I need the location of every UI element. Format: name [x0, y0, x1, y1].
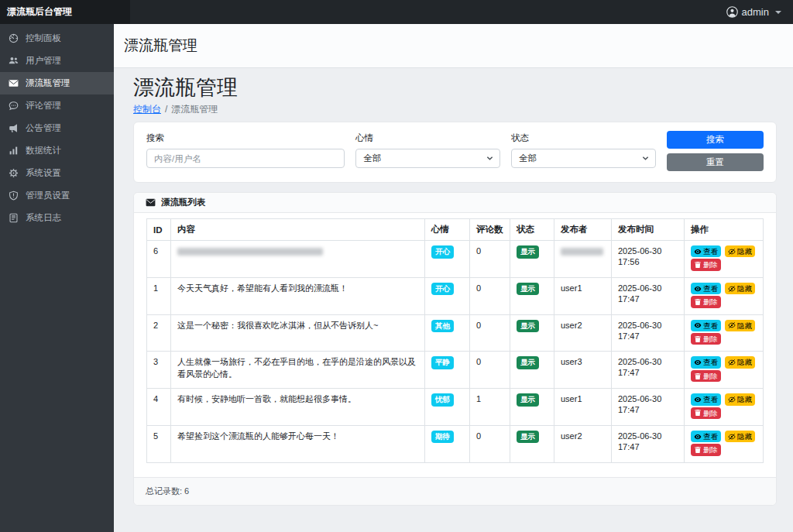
cell-comments: 0 — [470, 314, 510, 352]
hide-button[interactable]: 隐藏 — [725, 431, 755, 442]
sidebar-item-label: 系统设置 — [26, 167, 61, 179]
mood-badge: 其他 — [431, 320, 454, 332]
search-panel: 搜索 心情 全部 状态 全部 — [133, 122, 777, 183]
cell-status: 显示 — [510, 389, 554, 426]
cell-mood: 平静 — [425, 352, 470, 389]
sidebar-item-4[interactable]: 评论管理 — [0, 94, 114, 117]
cell-mood: 期待 — [425, 425, 470, 462]
chart-icon — [9, 146, 19, 156]
status-badge: 显示 — [517, 393, 539, 406]
hide-button[interactable]: 隐藏 — [725, 245, 755, 257]
delete-button[interactable]: 删除 — [691, 259, 721, 270]
cell-time: 2025-06-3017:47 — [612, 352, 685, 389]
view-button[interactable]: 查看 — [691, 356, 721, 368]
cell-comments: 0 — [470, 241, 510, 278]
cell-content: 人生就像一场旅行，不必在乎目的地，在乎的是沿途的风景以及看风景的心情。 — [171, 352, 425, 389]
eye-slash-icon — [728, 359, 736, 366]
delete-button[interactable]: 删除 — [691, 407, 721, 419]
hide-button[interactable]: 隐藏 — [725, 356, 755, 368]
sidebar-item-7[interactable]: 系统设置 — [0, 162, 114, 184]
delete-button[interactable]: 删除 — [691, 333, 721, 345]
person-circle-icon — [726, 6, 738, 18]
comment-icon — [9, 101, 19, 111]
eye-icon — [694, 285, 702, 293]
cell-publisher — [554, 241, 612, 278]
view-button[interactable]: 查看 — [691, 320, 721, 331]
cell-time: 2025-06-3017:47 — [612, 425, 685, 462]
hide-button[interactable]: 隐藏 — [725, 320, 755, 331]
sidebar-item-9[interactable]: 系统日志 — [0, 207, 114, 229]
mood-select[interactable]: 全部 — [355, 149, 500, 168]
sidebar-item-label: 控制面板 — [26, 33, 61, 44]
table-row: 4有时候，安静地听一首歌，就能想起很多事情。忧郁1显示user12025-06-… — [147, 389, 764, 426]
user-menu[interactable]: admin — [726, 6, 793, 18]
sidebar-item-8[interactable]: 管理员设置 — [0, 184, 114, 207]
table-row: 6开心0显示2025-06-3017:56查看隐藏删除 — [147, 241, 764, 278]
cell-id: 6 — [147, 241, 171, 278]
cell-publisher: user2 — [554, 314, 612, 352]
cell-content: 有时候，安静地听一首歌，就能想起很多事情。 — [171, 389, 425, 426]
cell-publisher: user1 — [554, 277, 612, 314]
bottle-table-body: 6开心0显示2025-06-3017:56查看隐藏删除1今天天气真好，希望能有人… — [147, 241, 764, 463]
eye-icon — [694, 396, 702, 403]
reset-button[interactable]: 重置 — [667, 153, 764, 171]
cell-comments: 1 — [470, 389, 510, 426]
cell-id: 4 — [147, 389, 171, 426]
table-row: 3人生就像一场旅行，不必在乎目的地，在乎的是沿途的风景以及看风景的心情。平静0显… — [147, 352, 764, 389]
column-header: 评论数 — [470, 219, 510, 241]
page-header-bar: 漂流瓶管理 — [114, 24, 793, 68]
trash-icon — [694, 372, 702, 380]
sidebar-item-label: 公告管理 — [26, 122, 61, 134]
delete-button[interactable]: 删除 — [691, 296, 721, 307]
cell-status: 显示 — [510, 425, 554, 462]
cell-time: 2025-06-3017:47 — [612, 314, 685, 352]
search-button[interactable]: 搜索 — [667, 131, 764, 149]
envelope-icon — [9, 79, 19, 88]
sidebar-item-2[interactable]: 用户管理 — [0, 50, 114, 72]
cell-content: 这是一个秘密：我很喜欢吃冰淇淋，但从不告诉别人~ — [171, 314, 425, 352]
redacted-publisher — [561, 248, 603, 256]
cell-content — [171, 241, 425, 278]
sidebar-item-label: 漂流瓶管理 — [26, 77, 70, 89]
column-header: 内容 — [171, 219, 425, 241]
sidebar-item-3[interactable]: 漂流瓶管理 — [0, 72, 114, 94]
app-brand: 漂流瓶后台管理 — [0, 0, 130, 24]
status-select[interactable]: 全部 — [511, 149, 656, 168]
cell-time: 2025-06-3017:47 — [612, 389, 685, 426]
bottle-list-title: 漂流瓶列表 — [161, 197, 206, 208]
hide-button[interactable]: 隐藏 — [725, 393, 755, 405]
view-button[interactable]: 查看 — [691, 245, 721, 257]
search-input[interactable] — [146, 149, 345, 168]
cell-publisher: user1 — [554, 389, 612, 426]
mood-badge: 忧郁 — [431, 393, 454, 406]
sidebar-item-1[interactable]: 控制面板 — [0, 27, 114, 50]
cell-mood: 其他 — [425, 314, 470, 352]
hide-button[interactable]: 隐藏 — [725, 283, 755, 294]
status-badge: 显示 — [517, 320, 539, 332]
cell-mood: 开心 — [425, 277, 470, 314]
header-title: 漂流瓶管理 — [124, 36, 197, 56]
cell-id: 2 — [147, 314, 171, 352]
admin-icon — [9, 190, 19, 201]
breadcrumb-separator: / — [165, 104, 167, 115]
mood-badge: 开心 — [431, 283, 454, 295]
cell-comments: 0 — [470, 352, 510, 389]
view-button[interactable]: 查看 — [691, 431, 721, 442]
sidebar-item-6[interactable]: 数据统计 — [0, 139, 114, 162]
breadcrumb-home-link[interactable]: 控制台 — [133, 104, 161, 115]
topbar: 漂流瓶后台管理 admin — [0, 0, 793, 24]
sidebar-item-5[interactable]: 公告管理 — [0, 117, 114, 139]
user-name: admin — [742, 6, 769, 18]
column-header: 发布者 — [554, 219, 612, 241]
cell-comments: 0 — [470, 277, 510, 314]
view-button[interactable]: 查看 — [691, 283, 721, 294]
cell-publisher: user3 — [554, 352, 612, 389]
sidebar-item-label: 管理员设置 — [26, 190, 70, 201]
delete-button[interactable]: 删除 — [691, 444, 721, 455]
table-header-row: ID内容心情评论数状态发布者发布时间操作 — [147, 219, 764, 241]
bottle-table: ID内容心情评论数状态发布者发布时间操作 6开心0显示2025-06-3017:… — [146, 218, 764, 463]
chevron-down-icon — [775, 11, 781, 14]
view-button[interactable]: 查看 — [691, 393, 721, 405]
delete-button[interactable]: 删除 — [691, 370, 721, 382]
record-count: 总记录数: 6 — [134, 477, 776, 505]
